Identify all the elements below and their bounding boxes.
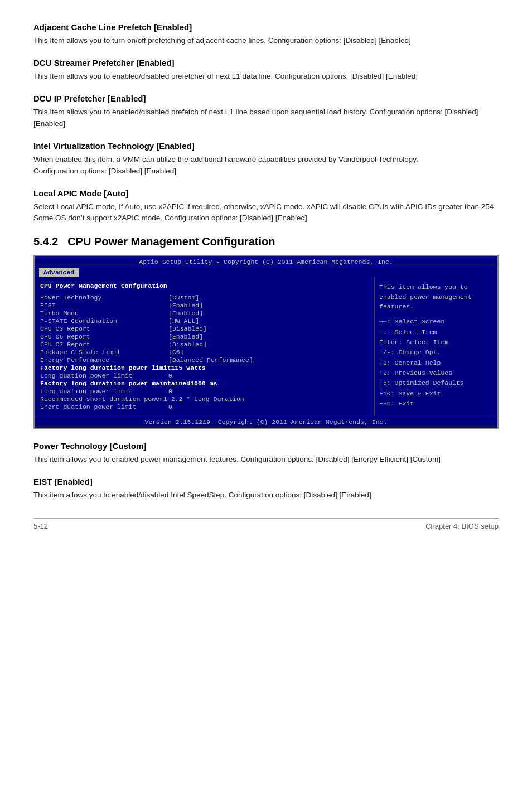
footer-chapter: Chapter 4: BIOS setup xyxy=(425,522,499,530)
bios-row: Package C State limit[C6] xyxy=(40,349,370,356)
bios-screen: Aptio Setup Utility - Copyright (C) 2011… xyxy=(33,255,499,429)
bios-row-value: [C6] xyxy=(168,349,184,356)
bios-nav-item: ESC: Exit xyxy=(379,399,493,409)
bios-right-nav: →←: Select Screen↑↓: Select ItemEnter: S… xyxy=(379,317,493,409)
bios-row: Long duation power limit0 xyxy=(40,388,370,395)
bios-nav-item: F10: Save & Exit xyxy=(379,389,493,399)
bios-rows: Power Technology[Custom]EIST[Enabled]Tur… xyxy=(40,294,370,364)
bios-row-value: [Disabled] xyxy=(168,341,207,348)
section-body-dcu-ip: This Item allows you to enabled/disabled… xyxy=(33,107,499,130)
bios-row-label: Package C State limit xyxy=(40,349,168,356)
bios-row: Short duation power limit0 xyxy=(40,403,370,410)
bios-tab-advanced[interactable]: Advanced xyxy=(39,268,79,277)
section-body-power-technology: This item allows you to enabled power ma… xyxy=(33,454,499,466)
bios-row: Factory long duratiion power limit115 Wa… xyxy=(40,364,370,371)
bios-row-value: 1000 ms xyxy=(190,380,217,387)
bios-nav-item: F5: Optimized Defaults xyxy=(379,378,493,388)
bios-nav-item: Enter: Select Item xyxy=(379,337,493,347)
bios-tabbar: Advanced xyxy=(35,267,497,277)
page-footer: 5-12 Chapter 4: BIOS setup xyxy=(33,518,499,530)
bios-row-value: [Enabled] xyxy=(168,310,203,317)
bios-row-value: [HW_ALL] xyxy=(168,317,199,325)
bios-row-full: Recommended short duration power1 2.2 * … xyxy=(40,395,370,403)
bios-row-label: Energy Performance xyxy=(40,356,168,364)
bios-row-value: 0 xyxy=(168,388,172,395)
section-body-adjacent-cache: This Item allows you to turn on/off pref… xyxy=(33,35,499,47)
bios-right-panel: This item allows you to enabled power ma… xyxy=(375,277,497,416)
section-body-intel-vt: When enabled this item, a VMM can utiliz… xyxy=(33,154,499,177)
section-title-adjacent-cache: Adjacent Cache Line Prefetch [Enabled] xyxy=(33,22,499,32)
bios-row-label: Factory long duratiion power maintained xyxy=(40,380,190,387)
bios-nav-item: →←: Select Screen xyxy=(379,317,493,327)
bios-bottombar: Version 2.15.1219. Copyright (C) 2011 Am… xyxy=(35,416,497,428)
bios-nav-item: ↑↓: Select Item xyxy=(379,327,493,337)
bios-row: CPU C7 Report[Disabled] xyxy=(40,341,370,348)
bios-row: CPU C6 Report[Enabled] xyxy=(40,333,370,340)
bios-content: CPU Power Management Confguration Power … xyxy=(35,277,497,416)
bios-row: Long duation power limit0 xyxy=(40,372,370,379)
bios-row-label: EIST xyxy=(40,302,168,309)
section-block-eist: EIST [Enabled]This item allows you to en… xyxy=(33,477,499,501)
section-body-local-apic: Select Local APIC mode, If Auto, use x2A… xyxy=(33,201,499,225)
section-body-dcu-streamer: This Item allows you to enabled/disabled… xyxy=(33,71,499,83)
section-title-local-apic: Local APIC Mode [Auto] xyxy=(33,189,499,198)
section-block-dcu-streamer: DCU Streamer Prefetcher [Enabled]This It… xyxy=(33,58,499,83)
section-body-eist: This item allows you to enabled/disabled… xyxy=(33,490,499,501)
section-542-heading: 5.4.2 CPU Power Management Configuration xyxy=(33,235,499,248)
bios-nav-item: +/-: Change Opt. xyxy=(379,347,493,357)
section-block-power-technology: Power Technology [Custom]This item allow… xyxy=(33,441,499,466)
bios-row-value: [Enabled] xyxy=(168,302,203,309)
bios-right-info: This item allows you to enabled power ma… xyxy=(379,282,493,311)
section-block-dcu-ip: DCU IP Prefetcher [Enabled]This Item all… xyxy=(33,94,499,130)
bios-row-label: Long duation power limit xyxy=(40,372,168,379)
section-title-intel-vt: Intel Virtualization Technology [Enabled… xyxy=(33,141,499,151)
bios-row-label: P-STATE Coordination xyxy=(40,317,168,325)
bios-row: EIST[Enabled] xyxy=(40,302,370,309)
bios-row-value: [Enabled] xyxy=(168,333,203,340)
bios-row-value: [Balanced Performance] xyxy=(168,356,253,364)
section-title-eist: EIST [Enabled] xyxy=(33,477,499,486)
bios-nav-item: F2: Previous Values xyxy=(379,368,493,378)
bios-row-label: Long duation power limit xyxy=(40,388,168,395)
bios-left-panel: CPU Power Management Confguration Power … xyxy=(35,277,375,416)
bios-row: P-STATE Coordination[HW_ALL] xyxy=(40,317,370,325)
bios-row-value: 0 xyxy=(168,403,172,410)
section-title-dcu-streamer: DCU Streamer Prefetcher [Enabled] xyxy=(33,58,499,67)
bios-topbar: Aptio Setup Utility - Copyright (C) 2011… xyxy=(35,256,497,267)
bios-rows-bold: Factory long duratiion power limit115 Wa… xyxy=(40,364,370,410)
section-block-adjacent-cache: Adjacent Cache Line Prefetch [Enabled]Th… xyxy=(33,22,499,47)
bios-row: Energy Performance[Balanced Performance] xyxy=(40,356,370,364)
section-block-local-apic: Local APIC Mode [Auto]Select Local APIC … xyxy=(33,189,499,225)
footer-page-number: 5-12 xyxy=(33,522,48,530)
bios-row: Turbo Mode[Enabled] xyxy=(40,310,370,317)
section-block-intel-vt: Intel Virtualization Technology [Enabled… xyxy=(33,141,499,177)
bios-row-label: Short duation power limit xyxy=(40,403,168,410)
bios-row-label: Factory long duratiion power limit xyxy=(40,364,171,371)
section-title-power-technology: Power Technology [Custom] xyxy=(33,441,499,451)
bios-row-value: 0 xyxy=(168,372,172,379)
bios-row-value: 115 Watts xyxy=(171,364,206,371)
bios-row-label: CPU C7 Report xyxy=(40,341,168,348)
bios-row-label: Power Technology xyxy=(40,294,168,301)
bios-row-value: [Disabled] xyxy=(168,325,207,332)
bios-section-title: CPU Power Management Confguration xyxy=(40,282,370,289)
bios-row-label: CPU C3 Report xyxy=(40,325,168,332)
section-title-dcu-ip: DCU IP Prefetcher [Enabled] xyxy=(33,94,499,103)
bios-row-label: CPU C6 Report xyxy=(40,333,168,340)
bios-row: Power Technology[Custom] xyxy=(40,294,370,301)
bios-row: CPU C3 Report[Disabled] xyxy=(40,325,370,332)
bios-row-value: [Custom] xyxy=(168,294,199,301)
bios-nav-item: F1: General Help xyxy=(379,358,493,368)
bios-row: Factory long duratiion power maintained1… xyxy=(40,380,370,387)
bios-row-label: Turbo Mode xyxy=(40,310,168,317)
